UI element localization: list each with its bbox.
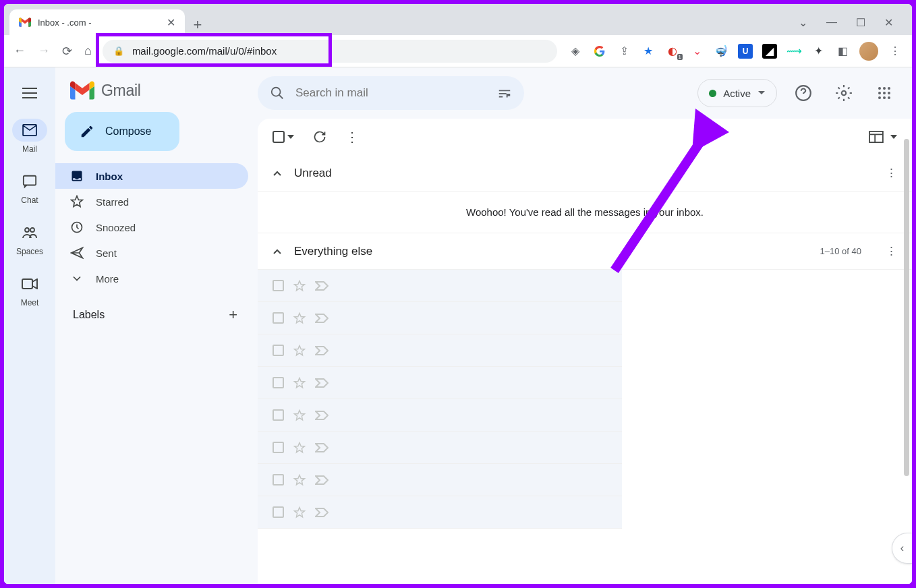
folder-inbox[interactable]: Inbox bbox=[55, 163, 248, 189]
reload-icon[interactable]: ⟳ bbox=[62, 44, 72, 59]
minimize-icon[interactable]: ― bbox=[826, 16, 837, 29]
extension-icon[interactable]: ◈ bbox=[568, 44, 583, 59]
star-icon[interactable] bbox=[293, 474, 306, 486]
important-icon[interactable] bbox=[315, 508, 328, 517]
important-icon[interactable] bbox=[315, 443, 328, 452]
address-bar[interactable]: 🔒 mail.google.com/mail/u/0/#inbox bbox=[103, 40, 557, 63]
mail-row[interactable] bbox=[258, 432, 622, 464]
folder-sent[interactable]: Sent bbox=[55, 240, 248, 266]
support-button[interactable] bbox=[789, 79, 818, 107]
browser-tab[interactable]: Inbox - .com - ✕ bbox=[9, 9, 185, 35]
star-icon[interactable] bbox=[293, 312, 306, 324]
mail-row[interactable] bbox=[258, 270, 622, 302]
bookmark-star-icon[interactable]: ★ bbox=[641, 44, 656, 59]
status-button[interactable]: Active bbox=[697, 79, 777, 107]
dropdown-icon[interactable] bbox=[890, 135, 897, 139]
svg-point-15 bbox=[883, 96, 886, 99]
chevron-down-icon[interactable]: ⌄ bbox=[799, 16, 807, 29]
section-header-unread[interactable]: Unread ⋮ bbox=[258, 155, 912, 192]
star-icon[interactable] bbox=[293, 442, 306, 454]
folder-snoozed[interactable]: Snoozed bbox=[55, 214, 248, 240]
refresh-icon[interactable] bbox=[313, 130, 326, 144]
maximize-icon[interactable]: ☐ bbox=[856, 16, 865, 29]
status-dot-icon bbox=[709, 90, 716, 97]
row-checkbox[interactable] bbox=[273, 506, 284, 518]
settings-button[interactable] bbox=[830, 79, 858, 107]
extension-icons: ◈ ⇪ ★ ◐1 ⌄ 🤿 U ◢ ⟿ ✦ ◧ ⋮ bbox=[568, 42, 903, 61]
row-checkbox[interactable] bbox=[273, 474, 284, 486]
share-icon[interactable]: ⇪ bbox=[617, 44, 631, 59]
profile-avatar[interactable] bbox=[859, 42, 878, 61]
mail-row[interactable] bbox=[258, 334, 622, 367]
section-menu-icon[interactable]: ⋮ bbox=[886, 244, 897, 258]
compose-button[interactable]: Compose bbox=[65, 112, 179, 151]
inbox-icon bbox=[70, 169, 84, 183]
home-icon[interactable]: ⌂ bbox=[84, 44, 92, 59]
svg-point-12 bbox=[883, 92, 886, 94]
side-panel-icon[interactable]: ◧ bbox=[835, 44, 850, 59]
star-icon[interactable] bbox=[293, 280, 306, 292]
important-icon[interactable] bbox=[315, 281, 328, 291]
rail-item-meet[interactable]: Meet bbox=[4, 267, 55, 313]
important-icon[interactable] bbox=[315, 411, 328, 420]
svg-point-7 bbox=[842, 91, 847, 96]
star-icon[interactable] bbox=[293, 506, 306, 519]
back-icon[interactable]: ← bbox=[13, 44, 26, 59]
more-menu-icon[interactable]: ⋮ bbox=[345, 129, 359, 145]
row-checkbox[interactable] bbox=[273, 442, 284, 453]
tune-icon[interactable] bbox=[497, 86, 512, 100]
extension-icon[interactable]: U bbox=[738, 44, 753, 59]
new-tab-button[interactable]: + bbox=[188, 15, 208, 35]
important-icon[interactable] bbox=[315, 314, 328, 323]
mail-row[interactable] bbox=[258, 302, 622, 334]
row-checkbox[interactable] bbox=[273, 377, 284, 388]
svg-point-10 bbox=[888, 87, 890, 90]
rail-item-chat[interactable]: Chat bbox=[4, 165, 55, 210]
row-checkbox[interactable] bbox=[273, 280, 284, 291]
pocket-icon[interactable]: ⌄ bbox=[689, 44, 704, 59]
star-icon[interactable] bbox=[293, 377, 306, 389]
row-checkbox[interactable] bbox=[273, 409, 284, 421]
svg-point-11 bbox=[878, 92, 881, 94]
collapse-icon[interactable] bbox=[273, 248, 282, 255]
rail-item-spaces[interactable]: Spaces bbox=[4, 216, 55, 262]
folder-starred[interactable]: Starred bbox=[55, 189, 248, 214]
scrollbar[interactable] bbox=[904, 139, 909, 476]
important-icon[interactable] bbox=[315, 378, 328, 388]
star-icon[interactable] bbox=[293, 345, 306, 357]
row-checkbox[interactable] bbox=[273, 312, 284, 324]
rail-item-mail[interactable]: Mail bbox=[4, 113, 55, 159]
clock-icon bbox=[70, 220, 84, 234]
select-all-checkbox[interactable] bbox=[273, 131, 294, 143]
add-label-button[interactable]: + bbox=[229, 306, 237, 324]
mail-row[interactable] bbox=[258, 496, 622, 529]
folder-more[interactable]: More bbox=[55, 266, 248, 291]
brand[interactable]: Gmail bbox=[55, 74, 258, 112]
extension-icon[interactable]: ⟿ bbox=[786, 44, 801, 59]
extension-icon[interactable]: ◢ bbox=[762, 44, 777, 59]
extension-icon[interactable]: 🤿 bbox=[714, 44, 728, 59]
search-box[interactable] bbox=[258, 76, 524, 110]
star-icon[interactable] bbox=[293, 409, 306, 421]
extension-icon[interactable]: ◐1 bbox=[665, 44, 680, 59]
mail-row[interactable] bbox=[258, 367, 622, 399]
google-icon[interactable] bbox=[592, 44, 607, 59]
important-icon[interactable] bbox=[315, 475, 328, 485]
extensions-puzzle-icon[interactable]: ✦ bbox=[811, 44, 826, 59]
apps-button[interactable] bbox=[870, 79, 898, 107]
section-menu-icon[interactable]: ⋮ bbox=[886, 166, 897, 180]
split-pane-icon[interactable] bbox=[869, 131, 884, 143]
forward-icon[interactable]: → bbox=[38, 44, 50, 59]
section-header-other[interactable]: Everything else 1–10 of 40 ⋮ bbox=[258, 233, 912, 270]
row-checkbox[interactable] bbox=[273, 345, 284, 356]
close-tab-icon[interactable]: ✕ bbox=[167, 16, 175, 29]
mail-row[interactable] bbox=[258, 399, 622, 432]
search-input[interactable] bbox=[295, 86, 486, 100]
mail-row[interactable] bbox=[258, 464, 622, 496]
collapse-icon[interactable] bbox=[273, 170, 282, 177]
important-icon[interactable] bbox=[315, 346, 328, 355]
main-menu-button[interactable] bbox=[15, 78, 45, 108]
list-toolbar: ⋮ bbox=[258, 119, 912, 155]
chrome-menu-icon[interactable]: ⋮ bbox=[888, 44, 903, 59]
close-window-icon[interactable]: ✕ bbox=[884, 16, 893, 29]
